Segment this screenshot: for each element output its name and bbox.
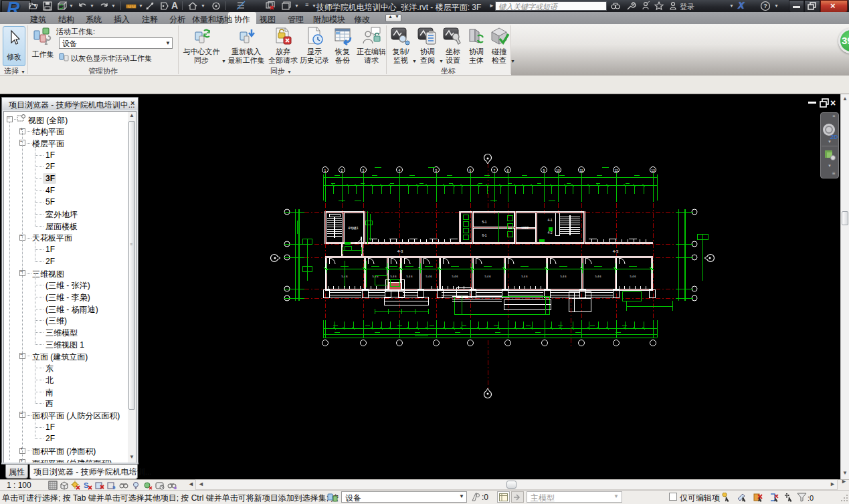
svg-text:MEP: MEP — [522, 226, 530, 230]
svg-text:5-4 6: 5-4 6 — [452, 275, 458, 278]
svg-text:4-1: 4-1 — [547, 218, 552, 222]
svg-text:S: S — [84, 481, 88, 489]
svg-text:5-4 6: 5-4 6 — [521, 275, 528, 278]
svg-text:3: 3 — [363, 168, 365, 172]
svg-text:4-3: 4-3 — [613, 249, 619, 253]
svg-text:5-4 6: 5-4 6 — [484, 275, 491, 278]
svg-text:10: 10 — [556, 168, 560, 172]
svg-text:5-4 6: 5-4 6 — [630, 275, 636, 278]
svg-text:4号楼1: 4号楼1 — [348, 226, 359, 230]
svg-text:5-4 6: 5-4 6 — [560, 275, 567, 278]
svg-text:5-4 6: 5-4 6 — [426, 275, 432, 278]
svg-text:7: 7 — [494, 168, 496, 172]
svg-text:9: 9 — [112, 485, 116, 490]
svg-text:13: 13 — [651, 168, 655, 172]
svg-text:6-1: 6-1 — [482, 233, 486, 237]
svg-text:4-3: 4-3 — [397, 249, 403, 253]
svg-text:5-1: 5-1 — [482, 220, 486, 224]
svg-text:11: 11 — [579, 168, 583, 172]
svg-text:1: 1 — [324, 168, 326, 172]
svg-text:5: 5 — [436, 168, 438, 172]
svg-text:5-4 6: 5-4 6 — [390, 275, 397, 278]
svg-text:2: 2 — [341, 168, 343, 172]
svg-text:5-4 6: 5-4 6 — [595, 275, 601, 278]
svg-text:9: 9 — [543, 168, 545, 172]
svg-text:12: 12 — [614, 168, 618, 172]
svg-text:6: 6 — [470, 168, 472, 172]
svg-text:8: 8 — [507, 168, 509, 172]
svg-text:4: 4 — [399, 168, 401, 172]
svg-text:5-4 6: 5-4 6 — [406, 275, 413, 278]
